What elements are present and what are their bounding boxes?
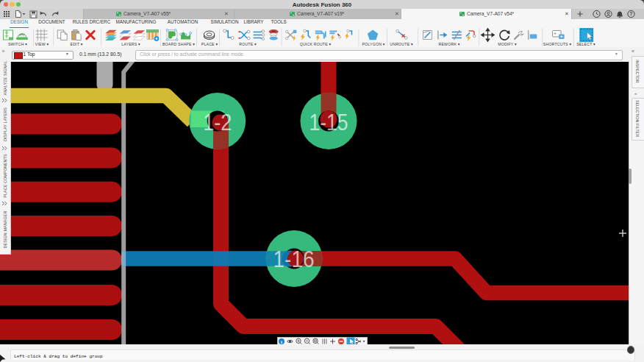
svg-text:1-16: 1-16 [273,246,315,272]
svg-text:i: i [281,338,282,344]
svg-text:?: ? [629,11,632,16]
svg-text:1-2: 1-2 [203,110,232,135]
svg-text:1-15: 1-15 [310,110,348,135]
